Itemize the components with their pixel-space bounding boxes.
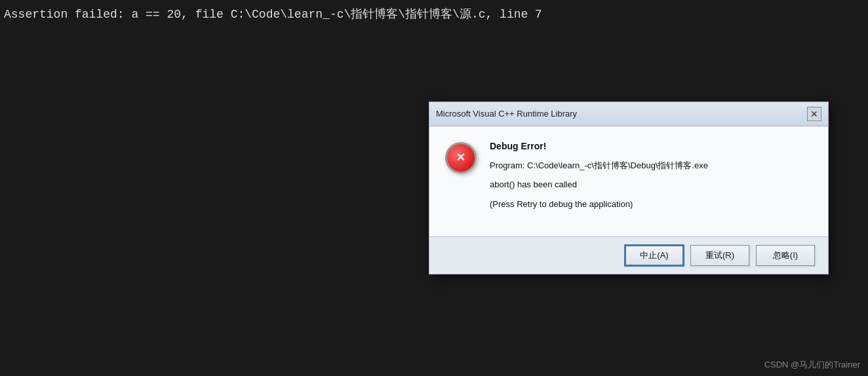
- dialog-messages: Debug Error! Program: C:\Code\learn_-c\指…: [490, 141, 812, 217]
- error-icon: ×: [445, 142, 477, 174]
- ignore-button[interactable]: 忽略(I): [756, 245, 815, 266]
- watermark: CSDN @马儿们的Trainer: [764, 359, 860, 371]
- dialog-body: × Debug Error! Program: C:\Code\learn_-c…: [429, 126, 828, 237]
- dialog-titlebar: Microsoft Visual C++ Runtime Library ✕: [429, 102, 828, 126]
- error-x-symbol: ×: [457, 150, 465, 164]
- program-path: Program: C:\Code\learn_-c\指针博客\Debug\指针博…: [490, 159, 812, 172]
- error-icon-circle: ×: [445, 142, 477, 174]
- dialog-footer: 中止(A) 重试(R) 忽略(I): [429, 236, 828, 274]
- abort-message: abort() has been called: [490, 178, 812, 191]
- dialog-overlay: Microsoft Visual C++ Runtime Library ✕ ×…: [0, 0, 868, 376]
- debug-error-title: Debug Error!: [490, 141, 812, 151]
- abort-button[interactable]: 中止(A): [625, 245, 684, 266]
- dialog-title: Microsoft Visual C++ Runtime Library: [436, 109, 577, 119]
- retry-hint: (Press Retry to debug the application): [490, 198, 812, 211]
- dialog-close-button[interactable]: ✕: [807, 107, 821, 121]
- error-dialog: Microsoft Visual C++ Runtime Library ✕ ×…: [429, 102, 829, 275]
- retry-button[interactable]: 重试(R): [690, 245, 749, 266]
- dialog-content-row: × Debug Error! Program: C:\Code\learn_-c…: [445, 141, 812, 217]
